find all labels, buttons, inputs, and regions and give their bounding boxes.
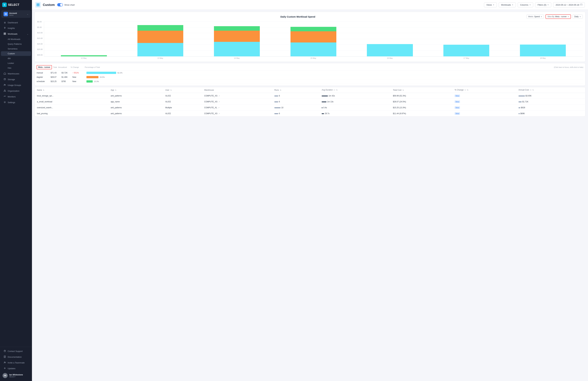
- chart-title: Daily Custom Workload Spend: [69, 15, 526, 18]
- sidebar-item-usage-groups[interactable]: Usage Groups: [1, 82, 31, 88]
- workloads-chevron-icon: ⌄: [27, 33, 28, 35]
- svg-point-4: [4, 27, 5, 28]
- show-chart-toggle[interactable]: [57, 3, 63, 6]
- sidebar-sub-hex[interactable]: Hex: [1, 66, 31, 70]
- bar-group-2[interactable]: [199, 26, 275, 56]
- bar-seg-orange-2: [214, 31, 260, 42]
- date-range-picker[interactable]: 2024-05-12 ~ 2024-05-18: [553, 2, 585, 7]
- sidebar-label-updates: Updates: [8, 367, 15, 370]
- y-label-0: $0.00: [37, 21, 43, 23]
- td-total-cost-3: $11.44 (9.97%): [391, 111, 453, 117]
- td-app-2: anti_patterns: [108, 105, 163, 111]
- chart-label-2: 14 May: [198, 57, 275, 59]
- runs-bar-3: [274, 113, 278, 114]
- slice-by-button[interactable]: Slice By Meta - runner ▼: [546, 14, 571, 19]
- th-avg-duration[interactable]: Avg Duration ⓘ ⇅: [319, 87, 391, 93]
- th-annual-cost[interactable]: Annual Cost ⓘ ⇅: [516, 87, 585, 93]
- svg-rect-29: [38, 5, 39, 6]
- sidebar-item-organization[interactable]: Organization: [1, 88, 31, 94]
- bar-group-3[interactable]: [275, 27, 352, 56]
- slice-col-change: % Change: [71, 66, 84, 68]
- th-total-cost[interactable]: Total Cost ⇅: [391, 87, 453, 93]
- table-row-2[interactable]: oversized_wareh... anti_patterns Multipl…: [35, 105, 585, 111]
- app-logo[interactable]: S SELECT: [0, 0, 32, 10]
- sidebar-item-monitors[interactable]: Monitors: [1, 94, 31, 100]
- bar-group-1[interactable]: [122, 25, 199, 56]
- chart-label-3: 15 May: [275, 57, 352, 59]
- app-name: SELECT: [8, 3, 19, 7]
- bar-seg-blue-2: [214, 42, 260, 56]
- td-name-0: local_storage_spi...: [35, 93, 108, 99]
- sidebar-item-updates[interactable]: Updates: [1, 366, 31, 371]
- bar-group-5[interactable]: [428, 45, 504, 56]
- chart-label-6: 18 May: [504, 57, 581, 59]
- slice-row-0[interactable]: manual $71.43 $3.72K ↑ 551% 62.2%: [37, 71, 583, 75]
- th-user[interactable]: User ⇅: [163, 87, 202, 93]
- name-link-1[interactable]: a_small_workload: [37, 100, 52, 103]
- table-row-1[interactable]: a_small_workload app_name ALICE COMPUTE_…: [35, 99, 585, 105]
- period-value: Daily: [574, 16, 579, 18]
- slice-annualized-1: $1.46K: [62, 76, 71, 78]
- workloads-button[interactable]: Workloads ▼: [499, 2, 516, 7]
- table-row-3[interactable]: bad_pruning anti_patterns ALICE COMPUTE_…: [35, 111, 585, 117]
- slice-name-1: dagster: [37, 76, 49, 78]
- invite-teammate-icon: [3, 361, 6, 364]
- sort-icon-duration: ⇅: [336, 89, 337, 91]
- bar-group-0[interactable]: [46, 55, 122, 56]
- period-button[interactable]: Daily ▼: [572, 15, 583, 19]
- bar-group-6[interactable]: [504, 44, 581, 56]
- svg-rect-27: [38, 3, 39, 5]
- sidebar-sub-custom[interactable]: Custom: [1, 51, 31, 56]
- bar-stack-3: [291, 27, 336, 56]
- th-app[interactable]: App ⇅: [108, 87, 163, 93]
- badge-new-3: New: [455, 112, 460, 115]
- filters-button[interactable]: Filters (0) ▼: [535, 2, 551, 7]
- metric-button[interactable]: Metric Spend ▼: [526, 15, 544, 19]
- th-runs[interactable]: Runs ⇅: [272, 87, 319, 93]
- slice-col-total: Total: [53, 66, 57, 68]
- sidebar-sub-serverless[interactable]: Serverless: [1, 46, 31, 51]
- sidebar-sub-dbt[interactable]: dbt: [1, 56, 31, 61]
- svg-rect-12: [4, 90, 5, 90]
- sidebar-item-warehouses[interactable]: Warehouses: [1, 71, 31, 77]
- user-company: SELECT: [9, 376, 23, 378]
- slice-total-2: $15.25: [51, 80, 60, 82]
- bar-group-4[interactable]: [352, 44, 428, 56]
- td-annual-2: $928: [516, 105, 585, 111]
- sidebar-item-settings[interactable]: Settings: [1, 100, 31, 105]
- warehouses-icon: [3, 72, 6, 75]
- slice-pct-2: 13.3%: [94, 80, 99, 82]
- sidebar-sub-query-patterns[interactable]: Query Patterns: [1, 42, 31, 46]
- svg-point-22: [4, 362, 5, 363]
- th-pct-change[interactable]: % Change ⓘ ⇅: [452, 87, 516, 93]
- slice-bar-area-1: 24.5%: [86, 76, 583, 78]
- bar-seg-orange-1: [137, 31, 183, 43]
- th-name[interactable]: Name ⇅: [35, 87, 108, 93]
- name-link-0[interactable]: local_storage_spi...: [37, 95, 53, 97]
- svg-point-11: [5, 85, 6, 85]
- sidebar-item-documentation[interactable]: Documentation: [1, 354, 31, 360]
- sidebar-item-workloads[interactable]: Workloads ⌄: [1, 31, 31, 37]
- bar-stack-6: [520, 44, 566, 56]
- views-button[interactable]: Views ▼: [484, 2, 497, 7]
- name-link-2[interactable]: oversized_wareh...: [37, 106, 53, 109]
- sidebar-item-insights[interactable]: Insights: [1, 25, 31, 31]
- sidebar-sub-looker[interactable]: Looker: [1, 61, 31, 65]
- slice-table-column-label[interactable]: Meta - runner: [37, 65, 52, 69]
- slice-row-1[interactable]: dagster $28.07 $1.46K New 24.5%: [37, 75, 583, 79]
- slice-bar-area-2: 13.3%: [86, 80, 583, 82]
- columns-button[interactable]: Columns ▼: [518, 2, 533, 7]
- slice-row-2[interactable]: scheduler $15.25 $795 New 13.3%: [37, 79, 583, 84]
- table-row-0[interactable]: local_storage_spi... anti_patterns ALICE…: [35, 93, 585, 99]
- sidebar-item-invite-teammate[interactable]: Invite a Teammate: [1, 360, 31, 365]
- y-axis: $30.00 $25.00 $20.00 $15.00 $10.00 $5.00…: [37, 21, 44, 56]
- svg-rect-30: [580, 4, 582, 5]
- sidebar-item-contact-support[interactable]: Contact Support: [1, 348, 31, 354]
- sidebar-sub-all-workloads[interactable]: All Workloads: [1, 37, 31, 41]
- user-profile[interactable]: IW Ian Whitestone SELECT: [0, 371, 32, 380]
- external-icon-0: ↗: [218, 95, 220, 97]
- account-switcher[interactable]: Account Demo ⌄: [1, 10, 31, 18]
- sidebar-item-storage[interactable]: Storage: [1, 77, 31, 82]
- sidebar-item-dashboard[interactable]: ⊞ Dashboard: [1, 20, 31, 25]
- name-link-3[interactable]: bad_pruning: [37, 112, 48, 115]
